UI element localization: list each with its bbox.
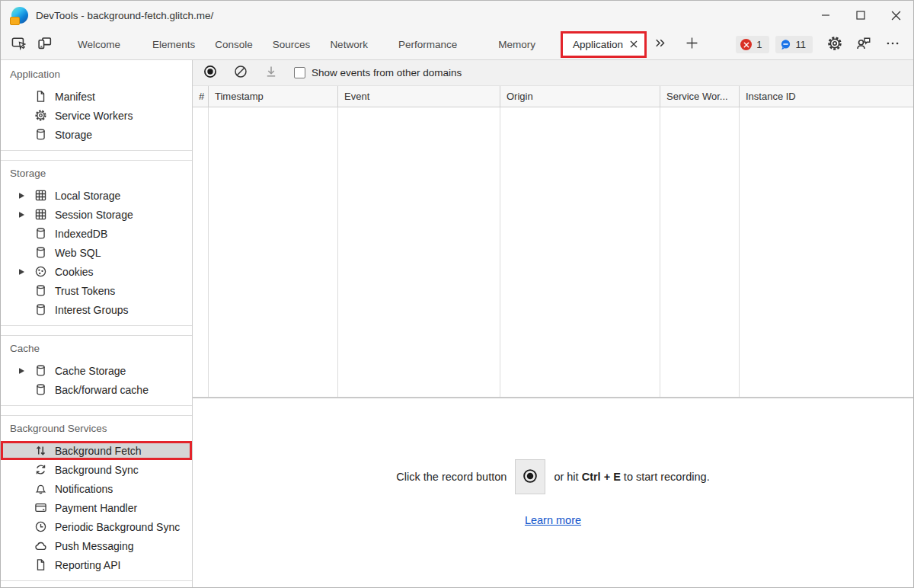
database-icon: [34, 227, 47, 240]
column-body: [740, 107, 913, 397]
sidebar-item-reporting-api[interactable]: Reporting API: [1, 555, 192, 574]
inspect-icon: [11, 36, 26, 53]
events-toolbar: Show events from other domains: [193, 60, 913, 86]
column-header-service-wor-[interactable]: Service Wor...: [660, 86, 740, 107]
sidebar-item-payment-handler[interactable]: Payment Handler: [1, 498, 192, 517]
add-tab-button[interactable]: [679, 32, 705, 58]
sidebar-item-label: Service Workers: [55, 110, 133, 122]
clear-button[interactable]: [233, 66, 248, 81]
sidebar-item-background-fetch[interactable]: Background Fetch: [1, 441, 192, 460]
ellipsis-icon: [886, 37, 900, 53]
sidebar-item-interest-groups[interactable]: Interest Groups: [1, 300, 192, 319]
database-icon: [34, 364, 47, 377]
expand-arrow-icon[interactable]: [19, 269, 34, 275]
expand-arrow-icon[interactable]: [19, 212, 34, 218]
sidebar-item-session-storage[interactable]: Session Storage: [1, 205, 192, 224]
settings-button[interactable]: [822, 32, 848, 58]
chevron-double-right-icon: [654, 37, 666, 53]
more-tabs-button[interactable]: [647, 32, 673, 58]
column-header--[interactable]: #: [193, 86, 209, 107]
save-events-button[interactable]: [264, 66, 279, 81]
cloud-icon: [34, 539, 47, 552]
column-header-event[interactable]: Event: [338, 86, 500, 107]
section-cache: CacheCache StorageBack/forward cache: [1, 335, 192, 406]
document-icon: [34, 90, 47, 103]
events-table-header: #TimestampEventOriginService Wor...Insta…: [193, 86, 913, 107]
sidebar-item-label: Interest Groups: [55, 304, 129, 316]
database-icon: [34, 383, 47, 396]
application-sidebar: ApplicationManifestService WorkersStorag…: [1, 60, 193, 587]
gear-icon: [34, 109, 47, 122]
tab-close-icon[interactable]: [630, 39, 638, 50]
sidebar-item-label: Reporting API: [55, 559, 120, 571]
message-count-badge[interactable]: 11: [775, 36, 813, 53]
sidebar-item-cache-storage[interactable]: Cache Storage: [1, 361, 192, 380]
record-instruction: Click the record button or hit Ctrl + E …: [396, 459, 709, 494]
background-fetch-panel: Show events from other domains #Timestam…: [193, 60, 913, 587]
expand-arrow-icon[interactable]: [19, 368, 34, 374]
message-icon: [780, 39, 791, 50]
sidebar-item-notifications[interactable]: Notifications: [1, 479, 192, 498]
section-title: Background Services: [1, 416, 192, 441]
devtools-tab-bar: WelcomeElementsConsoleSourcesNetworkPerf…: [1, 30, 913, 60]
sidebar-item-label: Cache Storage: [55, 365, 126, 377]
show-events-checkbox-label[interactable]: Show events from other domains: [312, 67, 462, 78]
sidebar-item-label: Periodic Background Sync: [55, 521, 180, 533]
record-button-illustration[interactable]: [515, 459, 545, 494]
download-icon: [264, 65, 278, 81]
cookie-icon: [34, 265, 47, 278]
tab-performance[interactable]: Performance: [388, 30, 467, 59]
column-header-timestamp[interactable]: Timestamp: [209, 86, 338, 107]
show-events-checkbox-row: Show events from other domains: [294, 67, 462, 78]
updown-arrows-icon: [34, 444, 47, 457]
block-icon: [234, 65, 248, 81]
record-button[interactable]: [203, 66, 218, 81]
tab-sources[interactable]: Sources: [263, 30, 321, 59]
sidebar-item-local-storage[interactable]: Local Storage: [1, 186, 192, 205]
tab-welcome[interactable]: Welcome: [68, 30, 130, 59]
error-count-badge[interactable]: 1: [736, 36, 769, 53]
tab-console[interactable]: Console: [205, 30, 263, 59]
column-header-instance-id[interactable]: Instance ID: [740, 86, 913, 107]
sidebar-item-periodic-background-sync[interactable]: Periodic Background Sync: [1, 517, 192, 536]
sidebar-item-storage[interactable]: Storage: [1, 125, 192, 144]
close-button[interactable]: [878, 1, 913, 30]
window-title: DevTools - background-fetch.glitch.me/: [36, 10, 213, 21]
minimize-button[interactable]: [808, 1, 843, 30]
database-icon: [34, 128, 47, 141]
column-header-origin[interactable]: Origin: [500, 86, 660, 107]
events-table-body: [193, 107, 913, 398]
card-icon: [34, 501, 47, 514]
sidebar-item-cookies[interactable]: Cookies: [1, 262, 192, 281]
column-body: [193, 107, 209, 397]
section-background-services: Background ServicesBackground FetchBackg…: [1, 415, 192, 581]
sidebar-item-label: Background Sync: [55, 464, 139, 476]
maximize-icon: [856, 11, 865, 20]
maximize-button[interactable]: [843, 1, 878, 30]
feedback-button[interactable]: [851, 32, 877, 58]
instruction-text-after: or hit Ctrl + E to start recording.: [554, 471, 709, 483]
sidebar-item-background-sync[interactable]: Background Sync: [1, 460, 192, 479]
tab-application[interactable]: Application: [561, 31, 647, 58]
sidebar-item-label: Cookies: [55, 266, 94, 278]
title-bar: DevTools - background-fetch.glitch.me/: [1, 1, 913, 30]
expand-arrow-icon[interactable]: [19, 193, 34, 199]
sidebar-item-trust-tokens[interactable]: Trust Tokens: [1, 281, 192, 300]
tab-network[interactable]: Network: [320, 30, 378, 59]
show-events-checkbox[interactable]: [294, 67, 305, 78]
device-toolbar-icon: [37, 36, 52, 53]
sidebar-item-push-messaging[interactable]: Push Messaging: [1, 536, 192, 555]
sidebar-item-back-forward-cache[interactable]: Back/forward cache: [1, 380, 192, 399]
plus-icon: [686, 37, 698, 53]
inspect-element-button[interactable]: [5, 32, 31, 58]
sidebar-item-web-sql[interactable]: Web SQL: [1, 243, 192, 262]
tab-elements[interactable]: Elements: [142, 30, 205, 59]
sidebar-item-indexeddb[interactable]: IndexedDB: [1, 224, 192, 243]
more-options-button[interactable]: [880, 32, 906, 58]
tab-memory[interactable]: Memory: [488, 30, 545, 59]
sidebar-item-service-workers[interactable]: Service Workers: [1, 106, 192, 125]
learn-more-link[interactable]: Learn more: [525, 514, 581, 526]
sidebar-item-manifest[interactable]: Manifest: [1, 87, 192, 106]
message-count: 11: [796, 39, 807, 50]
device-toolbar-button[interactable]: [31, 32, 57, 58]
